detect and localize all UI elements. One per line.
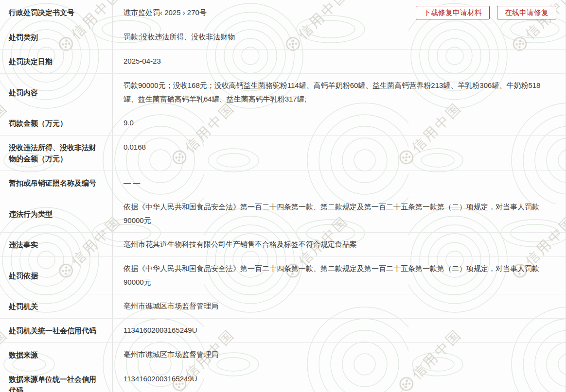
table-row: 行政处罚决定书文号 谯市监处罚‹ 2025 › 270号 下载修复申请材料 在线…	[0, 0, 566, 25]
row-label: 处罚机关	[0, 294, 112, 318]
row-value: 罚款;没收违法所得、没收非法财物	[112, 25, 566, 49]
download-repair-materials-button[interactable]: 下载修复申请材料	[416, 6, 490, 19]
row-label: 处罚类别	[0, 25, 112, 49]
table-row: 处罚决定日期 2025-04-23	[0, 50, 566, 74]
row-value: 亳州市花其道生物科技有限公司生产销售不合格及标签不符合规定食品案	[112, 233, 566, 256]
row-value: 谯市监处罚‹ 2025 › 270号	[124, 6, 207, 19]
table-row: 处罚依据 依据《中华人民共和国食品安全法》第一百二十四条第一款、第二款规定及第一…	[0, 257, 566, 294]
row-label: 违法行为类型	[0, 195, 112, 232]
table-row: 处罚机关 亳州市谯城区市场监督管理局	[0, 294, 566, 319]
table-row: 违法事实 亳州市花其道生物科技有限公司生产销售不合格及标签不符合规定食品案	[0, 233, 566, 257]
row-value: 亳州市谯城区市场监督管理局	[112, 343, 566, 367]
row-value: — —	[112, 171, 566, 195]
row-value: 11341602003165249U	[112, 367, 566, 392]
penalty-record-table: 行政处罚决定书文号 谯市监处罚‹ 2025 › 270号 下载修复申请材料 在线…	[0, 0, 566, 392]
table-row: 处罚内容 罚款90000元；没收168元；没收高钙益生菌骆驼粉114罐、高钙羊奶…	[0, 74, 566, 111]
row-label: 暂扣或吊销证照名称及编号	[0, 171, 112, 195]
repair-actions: 下载修复申请材料 在线申请修复	[416, 6, 556, 19]
row-value: 依据《中华人民共和国食品安全法》第一百二十四条第一款、第二款规定及第一百二十五条…	[112, 195, 566, 232]
row-value: 0.0168	[112, 136, 566, 170]
table-row: 处罚机关统一社会信用代码 11341602003165249U	[0, 319, 566, 343]
table-row: 数据来源单位统一社会信用代码 11341602003165249U	[0, 367, 566, 392]
row-label: 违法事实	[0, 233, 112, 256]
table-row: 罚款金额（万元） 9.0	[0, 111, 566, 136]
row-value: 9.0	[112, 111, 566, 135]
table-row: 数据来源 亳州市谯城区市场监督管理局	[0, 343, 566, 367]
row-label: 处罚决定日期	[0, 50, 112, 73]
row-label: 处罚机关统一社会信用代码	[0, 319, 112, 342]
table-row: 处罚类别 罚款;没收违法所得、没收非法财物	[0, 25, 566, 50]
row-value: 亳州市谯城区市场监督管理局	[112, 294, 566, 318]
row-value: 罚款90000元；没收168元；没收高钙益生菌骆驼粉114罐、高钙羊奶粉60罐、…	[112, 74, 566, 111]
row-value: 11341602003165249U	[112, 319, 566, 342]
table-row: 违法行为类型 依据《中华人民共和国食品安全法》第一百二十四条第一款、第二款规定及…	[0, 195, 566, 233]
row-label: 没收违法所得、没收非法财物的金额（万元）	[0, 136, 112, 170]
row-value: 依据《中华人民共和国食品安全法》第一百二十四条第一款、第二款规定及第一百二十五条…	[112, 257, 566, 294]
row-value: 2025-04-23	[112, 50, 566, 73]
row-label: 处罚内容	[0, 74, 112, 111]
row-value-cell: 谯市监处罚‹ 2025 › 270号 下载修复申请材料 在线申请修复	[112, 0, 566, 25]
row-label: 行政处罚决定书文号	[0, 0, 112, 25]
row-label: 处罚依据	[0, 257, 112, 294]
row-label: 数据来源	[0, 343, 112, 367]
table-row: 暂扣或吊销证照名称及编号 — —	[0, 171, 566, 195]
row-label: 数据来源单位统一社会信用代码	[0, 367, 112, 392]
row-label: 罚款金额（万元）	[0, 111, 112, 135]
table-row: 没收违法所得、没收非法财物的金额（万元） 0.0168	[0, 136, 566, 171]
online-repair-apply-button[interactable]: 在线申请修复	[497, 6, 556, 19]
